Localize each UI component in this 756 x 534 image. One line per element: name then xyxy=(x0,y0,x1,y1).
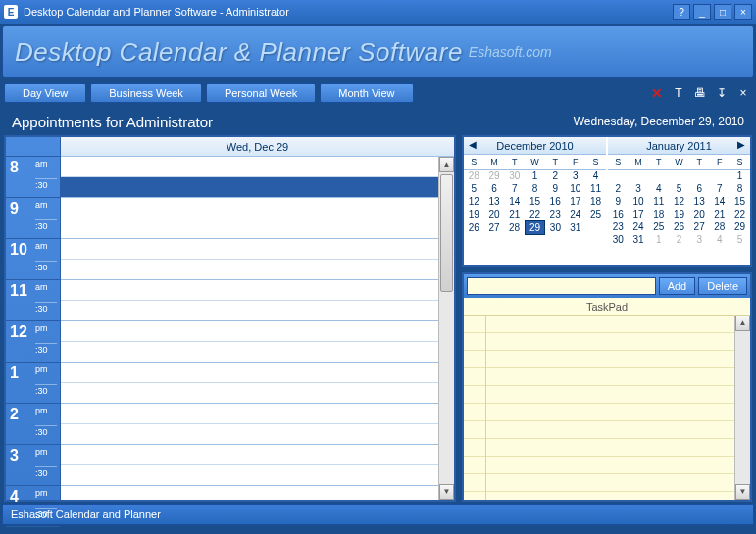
view-tab-personal-week[interactable]: Personal Week xyxy=(206,83,316,103)
help-button[interactable]: ? xyxy=(673,4,690,20)
calendar-day[interactable]: 7 xyxy=(710,182,731,195)
scroll-thumb[interactable] xyxy=(440,174,453,292)
prev-month-button[interactable]: ◀ xyxy=(466,139,479,150)
calendar-day[interactable]: 8 xyxy=(730,182,750,195)
calendar-day[interactable]: 29 xyxy=(525,221,545,235)
calendar-day[interactable]: 28 xyxy=(710,220,731,233)
calendar-day[interactable]: 14 xyxy=(710,195,731,208)
time-slot[interactable] xyxy=(61,404,454,424)
calendar-day[interactable]: 15 xyxy=(730,195,750,208)
calendar-day[interactable]: 24 xyxy=(629,220,649,233)
calendar-day[interactable]: 8 xyxy=(525,182,545,195)
calendar-day[interactable]: 22 xyxy=(730,208,750,220)
calendar-day[interactable]: 2 xyxy=(545,170,566,183)
calendar-day[interactable]: 4 xyxy=(710,233,731,246)
calendar-day[interactable]: 11 xyxy=(585,182,606,195)
calendar-day[interactable]: 26 xyxy=(464,221,484,235)
time-slot[interactable] xyxy=(61,486,454,500)
calendar-day[interactable]: 13 xyxy=(689,195,710,208)
taskpad-delete-button[interactable]: Delete xyxy=(698,277,747,295)
time-slot[interactable] xyxy=(61,280,454,301)
calendar-day[interactable]: 5 xyxy=(669,182,689,195)
calendar-day[interactable]: 2 xyxy=(608,182,629,195)
taskpad-add-button[interactable]: Add xyxy=(659,277,696,295)
calendar-day[interactable]: 28 xyxy=(504,221,525,235)
calendar-day[interactable]: 22 xyxy=(525,208,545,221)
calendar-day[interactable]: 12 xyxy=(669,195,689,208)
calendar-day[interactable]: 26 xyxy=(669,220,689,233)
calendar-day[interactable]: 11 xyxy=(648,195,669,208)
time-slot[interactable] xyxy=(61,157,454,177)
view-tab-day-view[interactable]: Day View xyxy=(4,83,86,103)
calendar-day[interactable]: 4 xyxy=(648,182,669,195)
calendar-day[interactable]: 5 xyxy=(730,233,750,246)
time-slot[interactable] xyxy=(61,321,454,342)
calendar-day[interactable]: 27 xyxy=(484,221,505,235)
calendar-day[interactable]: 15 xyxy=(525,195,545,208)
calendar-day[interactable]: 25 xyxy=(648,220,669,233)
minimize-button[interactable]: _ xyxy=(693,4,711,20)
calendar-day[interactable]: 16 xyxy=(608,208,629,220)
calendar-day[interactable]: 4 xyxy=(585,170,606,183)
calendar-day[interactable]: 3 xyxy=(566,170,586,183)
calendar-day[interactable]: 10 xyxy=(629,195,649,208)
calendar-day[interactable]: 29 xyxy=(730,220,750,233)
calendar-day[interactable]: 13 xyxy=(484,195,505,208)
time-slot[interactable] xyxy=(61,218,454,239)
view-tab-business-week[interactable]: Business Week xyxy=(90,83,202,103)
calendar-day[interactable]: 24 xyxy=(566,208,586,221)
scroll-down-button[interactable]: ▼ xyxy=(735,484,750,500)
scroll-up-button[interactable]: ▲ xyxy=(735,316,750,331)
calendar-day[interactable]: 23 xyxy=(608,220,629,233)
view-tab-month-view[interactable]: Month View xyxy=(320,83,413,103)
calendar-day[interactable]: 6 xyxy=(484,182,505,195)
calendar-day[interactable]: 7 xyxy=(504,182,525,195)
calendar-day[interactable]: 19 xyxy=(669,208,689,220)
calendar-day[interactable]: 21 xyxy=(710,208,731,220)
maximize-button[interactable]: □ xyxy=(714,4,731,20)
time-slot[interactable] xyxy=(61,445,454,465)
calendar-day[interactable]: 18 xyxy=(648,208,669,220)
calendar-day[interactable]: 30 xyxy=(608,233,629,246)
calendar-day[interactable]: 17 xyxy=(629,208,649,220)
delete-icon[interactable]: ✕ xyxy=(648,84,666,102)
calendar-day[interactable]: 3 xyxy=(629,182,649,195)
calendar-day[interactable]: 30 xyxy=(504,170,525,183)
calendar-day[interactable]: 19 xyxy=(464,208,484,221)
calendar-day[interactable]: 14 xyxy=(504,195,525,208)
time-slot[interactable] xyxy=(61,363,454,383)
calendar-day[interactable]: 20 xyxy=(689,208,710,220)
calendar-day[interactable]: 1 xyxy=(730,170,750,183)
time-slot[interactable] xyxy=(61,383,454,404)
calendar-day[interactable]: 10 xyxy=(566,182,586,195)
time-slot[interactable] xyxy=(61,239,454,260)
calendar-day[interactable]: 6 xyxy=(689,182,710,195)
taskpad-body[interactable]: ▲ ▼ xyxy=(464,316,750,500)
calendar-day[interactable]: 30 xyxy=(545,221,566,235)
calendar-day[interactable]: 16 xyxy=(545,195,566,208)
close-button[interactable]: × xyxy=(734,4,752,20)
time-slot[interactable] xyxy=(61,424,454,445)
print-icon[interactable]: 🖶 xyxy=(691,84,709,102)
calendar-day[interactable]: 2 xyxy=(669,233,689,246)
calendar-day[interactable]: 1 xyxy=(525,170,545,183)
calendar-day[interactable]: 5 xyxy=(464,182,484,195)
calendar-day[interactable]: 17 xyxy=(566,195,586,208)
calendar-day[interactable]: 29 xyxy=(484,170,505,183)
time-slot[interactable] xyxy=(61,465,454,486)
calendar-day[interactable]: 31 xyxy=(629,233,649,246)
calendar-day[interactable]: 31 xyxy=(566,221,586,235)
calendar-day[interactable]: 20 xyxy=(484,208,505,221)
calendar-day[interactable]: 21 xyxy=(504,208,525,221)
calendar-day[interactable]: 9 xyxy=(545,182,566,195)
text-tool-icon[interactable]: T xyxy=(670,84,687,102)
next-month-button[interactable]: ▶ xyxy=(734,139,748,150)
time-slot[interactable] xyxy=(61,198,454,218)
calendar-day[interactable]: 9 xyxy=(608,195,629,208)
scroll-down-button[interactable]: ▼ xyxy=(439,484,454,500)
calendar-day[interactable]: 18 xyxy=(585,195,606,208)
time-slot[interactable] xyxy=(61,177,454,198)
time-slot[interactable] xyxy=(61,260,454,280)
sort-icon[interactable]: ↧ xyxy=(713,84,731,102)
calendar-day[interactable]: 1 xyxy=(648,233,669,246)
